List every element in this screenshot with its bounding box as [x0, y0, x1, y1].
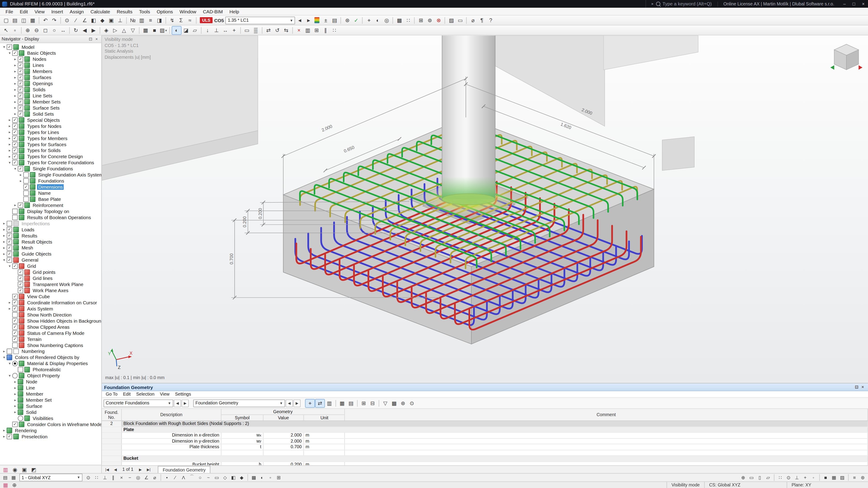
- expand-arrow-icon[interactable]: ▸: [13, 385, 18, 390]
- tree-item-transparent-work-plane[interactable]: ✓Transparent Work Plane: [0, 281, 101, 287]
- expand-arrow-icon[interactable]: ▸: [13, 410, 18, 414]
- tree-item-types-for-lines[interactable]: ▸✓Types for Lines: [0, 129, 101, 135]
- selected-objects-icon[interactable]: ⌖: [365, 16, 373, 24]
- delete-results-icon[interactable]: ⊗: [434, 16, 443, 24]
- rendering-toggle-icon[interactable]: ▣: [20, 465, 29, 473]
- guidelines-icon[interactable]: ∥: [321, 26, 330, 34]
- tree-item-types-for-surfaces[interactable]: ▸✓Types for Surfaces: [0, 141, 101, 147]
- expand-arrow-icon[interactable]: ▾: [13, 166, 18, 171]
- tree-item-members[interactable]: ▸✓Members: [0, 68, 101, 74]
- tree-item-show-numbering-captions[interactable]: Show Numbering Captions: [0, 342, 101, 348]
- visibility-icon[interactable]: ◐: [373, 16, 382, 24]
- checkbox[interactable]: ✓: [6, 233, 12, 238]
- expand-arrow-icon[interactable]: ▸: [13, 81, 18, 86]
- imperfections-icon[interactable]: ≈: [185, 16, 194, 24]
- tree-item-material-display-properties[interactable]: ▾Material & Display Properties: [0, 360, 101, 366]
- printout-report-icon[interactable]: ▭: [456, 16, 465, 24]
- zoom-in-icon[interactable]: ⊕: [23, 26, 32, 34]
- checkbox[interactable]: ✓: [12, 306, 18, 311]
- close-panel-icon[interactable]: ×: [94, 37, 100, 41]
- draw-circle-icon[interactable]: ○: [196, 474, 204, 481]
- view-cube[interactable]: [829, 41, 864, 77]
- tree-item-show-north-direction[interactable]: Show North Direction: [0, 312, 101, 318]
- checkbox[interactable]: ✓: [18, 269, 23, 274]
- insert-member-icon[interactable]: ∠: [80, 16, 89, 24]
- move-copy-icon[interactable]: ⇄: [264, 26, 273, 34]
- expand-arrow-icon[interactable]: ▸: [2, 221, 6, 225]
- mesh-settings-icon[interactable]: ∷: [404, 16, 412, 24]
- table-search-icon[interactable]: ⊙: [407, 399, 416, 407]
- tree-item-surface-sets[interactable]: ▸✓Surface Sets: [0, 105, 101, 111]
- tree-item-model[interactable]: ▾✓Model: [0, 43, 101, 50]
- checkbox[interactable]: ✓: [18, 166, 23, 171]
- expand-arrow-icon[interactable]: ▸: [13, 57, 18, 61]
- expand-arrow-icon[interactable]: ▸: [13, 75, 18, 79]
- tree-item-general[interactable]: ▾✓General: [0, 257, 101, 263]
- expand-arrow-icon[interactable]: ▾: [2, 44, 6, 49]
- tree-item-consider-colors-in-wireframe-model[interactable]: ✓Consider Colors in Wireframe Model: [0, 421, 101, 427]
- select-all-icon[interactable]: ▩: [250, 474, 258, 481]
- next-page-icon[interactable]: ▶: [137, 466, 144, 473]
- checkbox[interactable]: ✓: [18, 105, 23, 110]
- load-combination-combo[interactable]: 1.35 * LC1▼: [225, 16, 296, 24]
- color-scheme-icon[interactable]: ◩: [29, 465, 38, 473]
- view-in-y-icon[interactable]: △: [120, 26, 128, 34]
- tree-item-loads[interactable]: ▸✓Loads: [0, 226, 101, 232]
- work-plane-xz-icon[interactable]: ▱: [764, 474, 772, 481]
- select-special-icon[interactable]: ⊞: [275, 474, 283, 481]
- display-loads-icon[interactable]: ↓: [203, 26, 212, 34]
- checkbox[interactable]: [12, 312, 18, 317]
- expand-arrow-icon[interactable]: ▸: [7, 148, 12, 153]
- snap-guideline-icon[interactable]: ∥: [109, 474, 117, 481]
- snap-angle-icon[interactable]: ∠: [142, 474, 151, 481]
- tree-item-openings[interactable]: ▸✓Openings: [0, 80, 101, 86]
- mirror-icon[interactable]: ⇆: [282, 26, 291, 34]
- tree-item-solid[interactable]: ▸Solid: [0, 409, 101, 415]
- rotate-copy-icon[interactable]: ↺: [273, 26, 282, 34]
- expand-arrow-icon[interactable]: ▸: [7, 130, 12, 134]
- checkbox[interactable]: ✓: [18, 202, 23, 207]
- tree-item-grid-lines[interactable]: ✓Grid lines: [0, 275, 101, 281]
- tree-item-photorealistic[interactable]: Photorealistic: [0, 366, 101, 372]
- result-table-icon[interactable]: ▤: [330, 16, 339, 24]
- insert-support-icon[interactable]: ⊥: [116, 16, 125, 24]
- tree-item-imperfections[interactable]: ▸Imperfections: [0, 220, 101, 226]
- table-view-mode-icon[interactable]: ▥: [325, 399, 334, 407]
- checkbox[interactable]: ✓: [18, 62, 23, 68]
- menu-tools[interactable]: Tools: [135, 8, 153, 14]
- visibility-mode-icon[interactable]: ◐: [172, 26, 182, 35]
- background-color-icon[interactable]: ▒: [251, 26, 260, 34]
- float-panel-icon[interactable]: ⊡: [854, 385, 860, 390]
- expand-arrow-icon[interactable]: ▸: [2, 434, 6, 438]
- checkbox[interactable]: ✓: [18, 111, 23, 116]
- display-dimensions-icon[interactable]: ↔: [221, 26, 230, 34]
- checkbox[interactable]: ✓: [18, 80, 23, 86]
- draw-surface-icon[interactable]: ◧: [229, 474, 238, 481]
- checkbox[interactable]: [12, 342, 18, 348]
- expand-arrow-icon[interactable]: ▸: [7, 306, 12, 311]
- load-combinations-icon[interactable]: Σ: [177, 16, 185, 24]
- checkbox[interactable]: ✓: [12, 141, 18, 147]
- expand-arrow-icon[interactable]: ▸: [7, 118, 12, 122]
- snap-settings-icon[interactable]: ∷: [330, 26, 339, 34]
- draw-arc-icon[interactable]: ⌒: [188, 474, 196, 481]
- graphic-printout-icon[interactable]: ▧: [447, 16, 456, 24]
- radio-button[interactable]: [18, 415, 23, 421]
- checkbox[interactable]: ✓: [18, 281, 23, 287]
- table-insert-row-icon[interactable]: ⊞: [359, 399, 368, 407]
- render-wireframe-icon[interactable]: ▦: [141, 26, 150, 34]
- expand-arrow-icon[interactable]: ▸: [18, 172, 23, 177]
- polar-input-icon[interactable]: ◦: [809, 474, 817, 481]
- checkbox[interactable]: ✓: [12, 336, 18, 341]
- checkbox[interactable]: ✓: [12, 123, 18, 129]
- views-navigator-icon[interactable]: ◉: [11, 465, 20, 473]
- menu-window[interactable]: Window: [176, 8, 199, 14]
- tree-item-work-plane-axes[interactable]: ✓Work Plane Axes: [0, 287, 101, 293]
- select-window-icon[interactable]: ▫: [11, 26, 20, 34]
- pan-icon[interactable]: ↔: [59, 26, 68, 34]
- keyword-search[interactable]: ▸ Type a keyword (Alt+Q): [646, 0, 717, 8]
- cell-value[interactable]: 0.700: [264, 445, 304, 450]
- draw-rectangle-icon[interactable]: ▭: [213, 474, 221, 481]
- tree-item-node[interactable]: ▸Node: [0, 379, 101, 385]
- tree-item-basic-objects[interactable]: ▾✓Basic Objects: [0, 50, 101, 56]
